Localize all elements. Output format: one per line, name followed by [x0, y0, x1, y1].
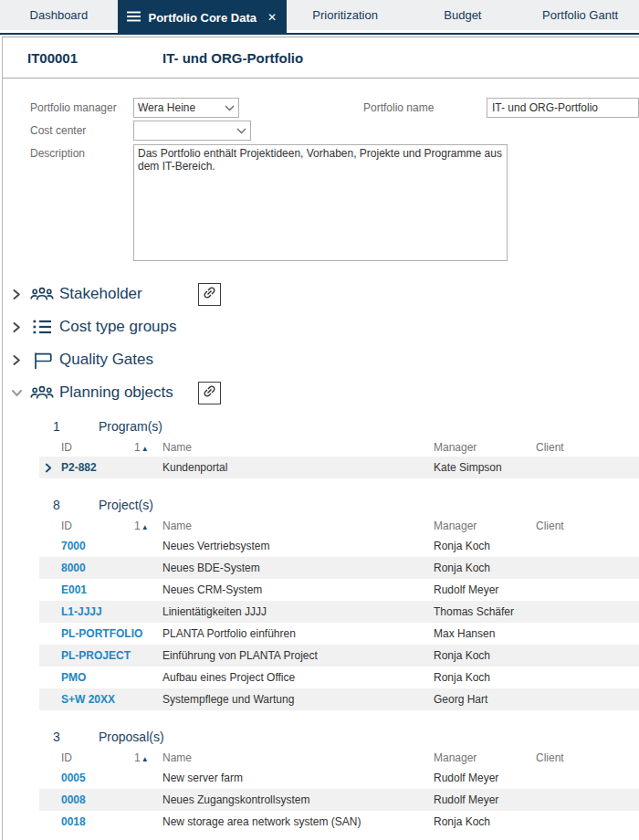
table-row[interactable]: L1-JJJJLinientätigkeiten JJJJThomas Schä… — [39, 601, 639, 623]
list-icon — [30, 318, 54, 336]
column-header-manager[interactable]: Manager — [434, 441, 536, 454]
table-row[interactable]: 8000Neues BDE-SystemRonja Koch — [39, 557, 639, 579]
tab-dashboard[interactable]: Dashboard — [0, 0, 118, 30]
row-id-link[interactable]: S+W 20XX — [61, 693, 134, 706]
section-planning-objects[interactable]: Planning objects — [3, 376, 639, 409]
link-button[interactable] — [198, 283, 221, 306]
table-row[interactable]: 0005New server farmRudolf Meyer — [39, 767, 639, 789]
portfolio-name-input[interactable] — [487, 98, 639, 118]
table-row[interactable]: PMOAufbau eines Project OfficeRonja Koch — [39, 667, 639, 688]
row-name: Neues BDE-System — [162, 562, 434, 574]
column-header-id[interactable]: ID — [61, 751, 134, 764]
tab-portfolio-gantt[interactable]: Portfolio Gantt — [521, 0, 639, 30]
row-id-link[interactable]: 8000 — [61, 562, 134, 574]
sort-indicator[interactable]: 1▲ — [134, 520, 162, 532]
sort-ascending-icon: ▲ — [141, 523, 149, 531]
row-id-link[interactable]: PL-PROJECT — [61, 649, 134, 662]
tab-portfolio-core-data[interactable]: Portfolio Core Data✕ — [118, 0, 287, 35]
sort-indicator[interactable]: 1▲ — [134, 441, 162, 454]
table-row[interactable]: 7000Neues VertriebsystemRonja Koch — [39, 535, 639, 557]
tab-bar: DashboardPortfolio Core Data✕Prioritizat… — [0, 0, 639, 30]
column-header-id[interactable]: ID — [61, 520, 134, 532]
column-header-client[interactable]: Client — [536, 441, 639, 454]
chevron-down-icon[interactable] — [10, 389, 23, 397]
row-manager: Rudolf Meyer — [434, 772, 536, 784]
sort-ascending-icon: ▲ — [141, 445, 149, 453]
chevron-right-icon[interactable] — [10, 354, 23, 366]
column-header-name[interactable]: Name — [162, 751, 434, 764]
column-header-manager[interactable]: Manager — [434, 751, 536, 764]
tab-prioritization[interactable]: Prioritization — [287, 0, 404, 30]
planning-objects-tables: 1Program(s)ID1▲NameManagerClientP2-882Ku… — [39, 416, 639, 833]
row-id-link[interactable]: PL-PORTFOLIO — [61, 627, 134, 640]
column-header-id[interactable]: ID — [61, 441, 134, 454]
row-id-link[interactable]: 0005 — [61, 772, 134, 784]
table-row[interactable]: 0018New storage area network system (SAN… — [39, 811, 639, 833]
row-name: Einführung von PLANTA Project — [162, 649, 434, 662]
row-id-link[interactable]: 0008 — [61, 793, 134, 806]
close-icon[interactable]: ✕ — [267, 11, 277, 24]
column-header-client[interactable]: Client — [536, 520, 639, 532]
row-name: Neues Zugangskontrollsystem — [162, 793, 434, 806]
row-name: Aufbau eines Project Office — [162, 671, 434, 684]
row-id-link[interactable]: L1-JJJJ — [61, 605, 134, 618]
portfolio-title: IT- und ORG-Portfolio — [162, 50, 303, 66]
chevron-right-icon[interactable] — [10, 321, 23, 333]
row-id-link[interactable]: 7000 — [61, 540, 134, 552]
row-manager: Kate Simpson — [434, 461, 536, 474]
row-manager: Ronja Koch — [434, 815, 536, 828]
row-name: Neues Vertriebsystem — [162, 540, 434, 552]
row-id-link[interactable]: P2-882 — [61, 461, 134, 474]
table-row[interactable]: E001Neues CRM-SystemRudolf Meyer — [39, 579, 639, 601]
table-row[interactable]: S+W 20XXSystempflege und WartungGeorg Ha… — [39, 688, 639, 710]
portfolio-id: IT00001 — [27, 50, 162, 66]
cost-center-select[interactable] — [133, 121, 251, 141]
table-count: 3 — [53, 730, 99, 744]
row-manager: Max Hansen — [434, 627, 536, 640]
section-cost-type-groups[interactable]: Cost type groups — [3, 310, 639, 343]
section-label: Cost type groups — [59, 318, 191, 336]
cost-center-label: Cost center — [30, 124, 133, 137]
row-name: Kundenportal — [162, 461, 434, 474]
section-stakeholder[interactable]: Stakeholder — [3, 278, 639, 310]
column-header-name[interactable]: Name — [162, 441, 434, 454]
expand-chevron-icon[interactable] — [45, 463, 61, 473]
column-header-manager[interactable]: Manager — [434, 520, 536, 532]
table-title: Project(s) — [99, 498, 153, 512]
table-row[interactable]: PL-PROJECTEinführung von PLANTA ProjectR… — [39, 645, 639, 667]
row-manager: Georg Hart — [434, 693, 536, 706]
column-header-name[interactable]: Name — [162, 520, 434, 532]
sort-ascending-icon: ▲ — [141, 755, 149, 763]
core-data-form: Portfolio manager Wera Heine Portfolio n… — [3, 98, 639, 261]
tab-budget[interactable]: Budget — [404, 0, 522, 30]
sort-indicator[interactable]: 1▲ — [134, 751, 162, 764]
row-name: New server farm — [162, 772, 434, 784]
table-title-row: 8Project(s) — [39, 495, 639, 515]
planning-table-project-s: 8Project(s)ID1▲NameManagerClient7000Neue… — [39, 495, 639, 710]
table-row[interactable]: PL-PORTFOLIOPLANTA Portfolio einführenMa… — [39, 623, 639, 645]
table-title-row: 1Program(s) — [39, 416, 639, 436]
portfolio-manager-label: Portfolio manager — [30, 101, 133, 114]
section-quality-gates[interactable]: Quality Gates — [3, 343, 639, 376]
link-button[interactable] — [198, 382, 221, 404]
column-header-client[interactable]: Client — [536, 751, 639, 764]
description-textarea[interactable]: Das Portfolio enthält Projektideen, Vorh… — [133, 144, 508, 261]
row-id-link[interactable]: E001 — [61, 583, 134, 596]
row-manager: Ronja Koch — [434, 562, 536, 574]
table-row[interactable]: P2-882KundenportalKate Simpson — [39, 457, 639, 478]
portfolio-panel: IT00001 IT- und ORG-Portfolio Portfolio … — [2, 37, 639, 840]
row-id-link[interactable]: PMO — [61, 671, 134, 684]
row-manager: Thomas Schäfer — [434, 605, 536, 618]
row-manager: Ronja Koch — [434, 649, 536, 662]
tab-label: Dashboard — [30, 8, 89, 22]
portfolio-manager-select[interactable]: Wera Heine — [133, 98, 239, 118]
table-title: Proposal(s) — [99, 730, 164, 744]
row-manager: Ronja Koch — [434, 540, 536, 552]
table-row[interactable]: 0008Neues ZugangskontrollsystemRudolf Me… — [39, 789, 639, 811]
row-id-link[interactable]: 0018 — [61, 815, 134, 828]
chevron-right-icon[interactable] — [10, 289, 23, 300]
section-list: StakeholderCost type groupsQuality Gates… — [3, 278, 639, 409]
menu-icon[interactable] — [127, 11, 141, 25]
planning-table-program-s: 1Program(s)ID1▲NameManagerClientP2-882Ku… — [39, 416, 639, 478]
section-label: Stakeholder — [59, 285, 191, 303]
